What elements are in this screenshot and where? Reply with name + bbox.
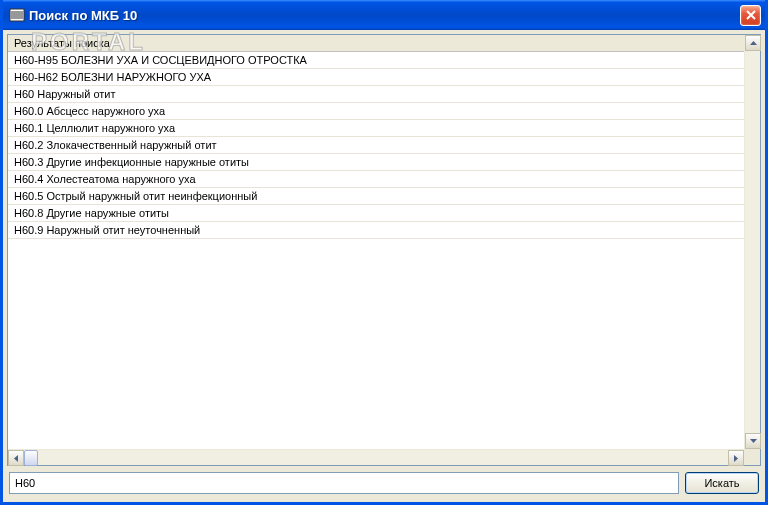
results-column-header[interactable]: Результаты поиска [8, 35, 760, 52]
list-item[interactable]: H60.0 Абсцесс наружного уха [8, 103, 744, 120]
scroll-right-button[interactable] [728, 450, 744, 466]
list-item[interactable]: H60.3 Другие инфекционные наружные отиты [8, 154, 744, 171]
window-frame: Поиск по МКБ 10 PORTAL Результаты поиска… [0, 0, 768, 505]
list-item[interactable]: H60.5 Острый наружный отит неинфекционны… [8, 188, 744, 205]
list-item[interactable]: H60 Наружный отит [8, 86, 744, 103]
close-button[interactable] [740, 5, 761, 26]
app-icon [9, 7, 25, 23]
scroll-down-button[interactable] [745, 433, 761, 449]
results-listview[interactable]: Результаты поиска H60-H95 БОЛЕЗНИ УХА И … [7, 34, 761, 466]
scroll-thumb[interactable] [24, 450, 38, 466]
list-item[interactable]: H60.8 Другие наружные отиты [8, 205, 744, 222]
list-item[interactable]: H60.2 Злокачественный наружный отит [8, 137, 744, 154]
results-body[interactable]: H60-H95 БОЛЕЗНИ УХА И СОСЦЕВИДНОГО ОТРОС… [8, 52, 744, 449]
scroll-up-button[interactable] [745, 35, 761, 51]
list-item[interactable]: H60.1 Целлюлит наружного уха [8, 120, 744, 137]
vertical-scrollbar[interactable] [744, 35, 760, 449]
list-item[interactable]: H60-H95 БОЛЕЗНИ УХА И СОСЦЕВИДНОГО ОТРОС… [8, 52, 744, 69]
scroll-left-button[interactable] [8, 450, 24, 466]
search-input[interactable] [9, 472, 679, 494]
client-area: Результаты поиска H60-H95 БОЛЕЗНИ УХА И … [3, 30, 765, 502]
list-item[interactable]: H60.9 Наружный отит неуточненный [8, 222, 744, 239]
horizontal-scrollbar[interactable] [8, 449, 744, 465]
titlebar[interactable]: Поиск по МКБ 10 [3, 0, 765, 30]
window-title: Поиск по МКБ 10 [29, 8, 740, 23]
scroll-corner [744, 449, 760, 465]
search-bar: Искать [7, 472, 761, 496]
list-item[interactable]: H60.4 Холестеатома наружного уха [8, 171, 744, 188]
search-button[interactable]: Искать [685, 472, 759, 494]
list-item[interactable]: H60-H62 БОЛЕЗНИ НАРУЖНОГО УХА [8, 69, 744, 86]
